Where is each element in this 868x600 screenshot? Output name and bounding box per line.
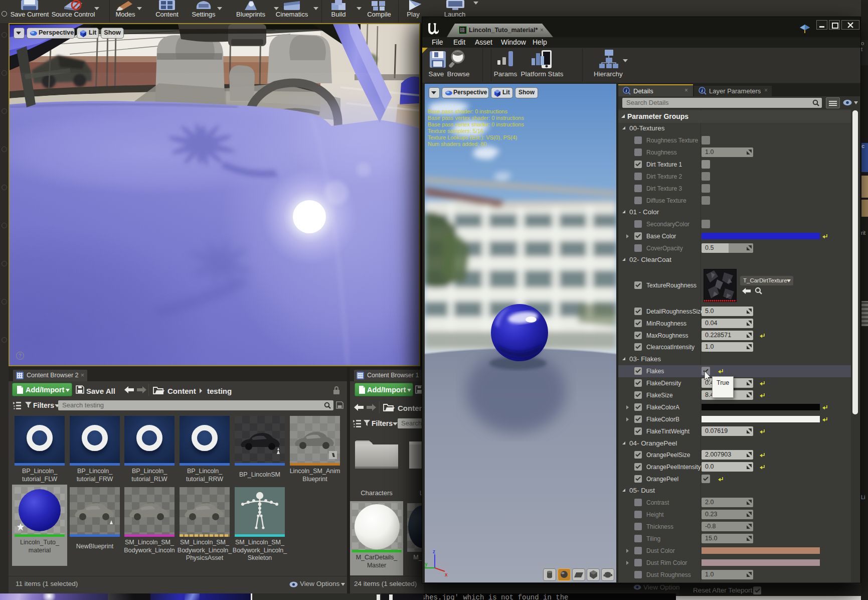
svg-text:z: z: [433, 549, 435, 554]
svg-text:?: ?: [19, 353, 22, 359]
svg-text:y: y: [425, 561, 428, 567]
svg-text:Texture samplers: 5/16: Texture samplers: 5/16: [428, 128, 483, 134]
svg-text:Base pass shader: 0 instructio: Base pass shader: 0 instructions: [428, 108, 507, 114]
svg-text:Texture Lookups (Est.): VS(0),: Texture Lookups (Est.): VS(0), PS(4): [428, 134, 517, 140]
svg-text:Base pass vertex shader: 0 ins: Base pass vertex shader: 0 instructions: [428, 121, 524, 127]
svg-text:x: x: [445, 572, 448, 577]
svg-text:Num shaders added: 80: Num shaders added: 80: [428, 141, 486, 147]
svg-text:Base pass vertex shader: 0 ins: Base pass vertex shader: 0 instructions: [428, 115, 524, 121]
